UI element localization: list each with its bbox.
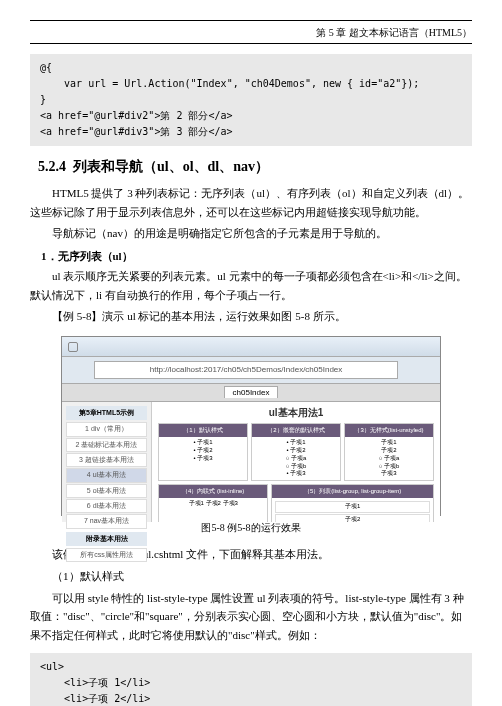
figure-5-8: http://localhost:2017/ch05/ch5Demos/Inde… — [30, 336, 472, 535]
demo-card: （2）嵌套的默认样式 • 子项1 • 子项2 ○ 子项a ○ 子项b • 子项3 — [251, 423, 341, 481]
sidebar-header: 第5章HTML5示例 — [66, 406, 147, 420]
panel-title: ul基本用法1 — [158, 406, 434, 420]
code-block-1: @{ var url = Url.Action("Index", "ch04De… — [30, 54, 472, 146]
paragraph: 可以用 style 特性的 list-style-type 属性设置 ul 列表… — [30, 589, 472, 645]
demo-card: （4）内联式 (list-inline) 子项1 子项2 子项3 — [158, 484, 268, 522]
browser-titlebar — [62, 337, 440, 357]
tab-bar: ch05Index — [62, 384, 440, 402]
demo-card: （1）默认样式 • 子项1 • 子项2 • 子项3 — [158, 423, 248, 481]
paragraph: 【例 5-8】演示 ul 标记的基本用法，运行效果如图 5-8 所示。 — [30, 307, 472, 326]
paragraph: 导航标记（nav）的用途是明确指定它所包含的子元素是用于导航的。 — [30, 224, 472, 243]
sidebar-item: 2 基础标记基本用法 — [66, 438, 147, 452]
page-header: 第 5 章 超文本标记语言（HTML5） — [30, 23, 472, 43]
demo-card: （5）列表(list-group, list-group-item) 子项1 子… — [271, 484, 434, 522]
sidebar-item: 所有css属性用法 — [66, 548, 147, 562]
sidebar-item: 1 div（常用） — [66, 422, 147, 436]
sidebar: 第5章HTML5示例 1 div（常用） 2 基础标记基本用法 3 超链接基本用… — [62, 402, 152, 522]
sidebar-item-active: 4 ul基本用法 — [66, 468, 147, 482]
sidebar-header: 附录基本用法 — [66, 532, 147, 546]
code-block-2: <ul> <li>子项 1</li> <li>子项 2</li> <li>子项 … — [30, 653, 472, 706]
paragraph: ul 表示顺序无关紧要的列表元素。ul 元素中的每一子项都必须包含在<li>和<… — [30, 267, 472, 304]
url-bar: http://localhost:2017/ch05/ch5Demos/Inde… — [94, 361, 398, 379]
main-panel: ul基本用法1 （1）默认样式 • 子项1 • 子项2 • 子项3 （2）嵌套的… — [152, 402, 440, 522]
section-title: 5.2.4 列表和导航（ul、ol、dl、nav） — [38, 158, 472, 176]
sidebar-item: 3 超链接基本用法 — [66, 453, 147, 467]
sub-heading: 1．无序列表（ul） — [41, 249, 472, 264]
sidebar-item: 5 ol基本用法 — [66, 484, 147, 498]
browser-tab: ch05Index — [224, 386, 279, 398]
sidebar-item: 7 nav基本用法 — [66, 514, 147, 528]
demo-card: （3）无样式(list-unstyled) 子项1 子项2 ○ 子项a ○ 子项… — [344, 423, 434, 481]
browser-window: http://localhost:2017/ch05/ch5Demos/Inde… — [61, 336, 441, 516]
paragraph: HTML5 提供了 3 种列表标记：无序列表（ul）、有序列表（ol）和自定义列… — [30, 184, 472, 221]
sub-heading: （1）默认样式 — [52, 567, 472, 586]
sidebar-item: 6 dl基本用法 — [66, 499, 147, 513]
